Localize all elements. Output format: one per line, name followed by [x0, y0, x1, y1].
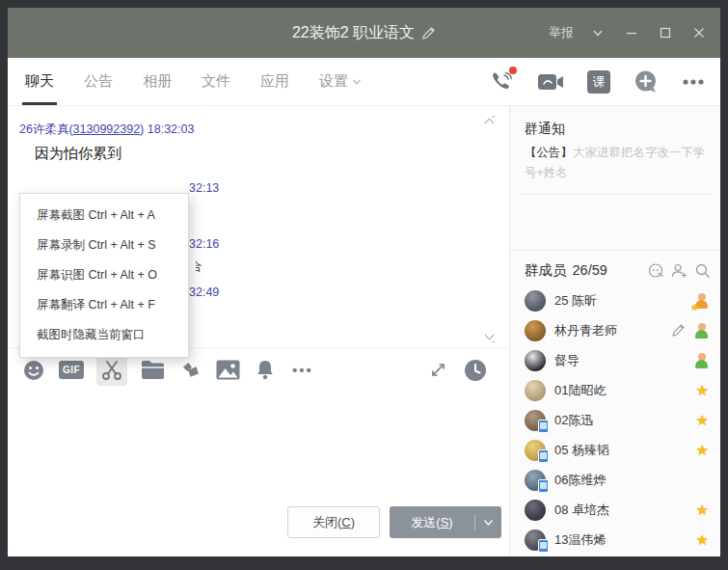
group-notice-body[interactable]: 【公告】大家进群把名字改一下学号+姓名 — [525, 143, 710, 183]
member-list: 25 陈昕 ★ ★ 林丹青老师 ★ ★ 督导 — [510, 285, 720, 556]
message-time: 32:13 — [189, 181, 219, 195]
window-shake-icon[interactable] — [177, 358, 202, 383]
member-name: 05 杨臻韬 — [554, 442, 696, 459]
context-menu-item[interactable]: 屏幕截图 Ctrl + Alt + A — [20, 201, 188, 231]
member-row[interactable]: 25 陈昕 ★ ★ — [510, 285, 720, 315]
tab-设置[interactable]: 设置 — [319, 58, 362, 105]
class-icon[interactable]: 课 — [587, 70, 610, 94]
more-tools-icon[interactable]: ••• — [290, 358, 315, 383]
tab-公告[interactable]: 公告 — [84, 58, 113, 105]
member-badges: ★ ★ — [671, 323, 709, 339]
bell-icon[interactable] — [253, 358, 278, 383]
context-menu-item[interactable]: 屏幕翻译 Ctrl + Alt + F — [20, 290, 188, 320]
member-row[interactable]: 督导 ★ ★ — [510, 345, 720, 375]
tab-聊天[interactable]: 聊天 — [25, 58, 54, 105]
role-badge-icon: ★ — [694, 293, 709, 309]
member-name: 25 陈昕 — [554, 292, 694, 310]
member-badges: ★ ★ — [694, 293, 709, 309]
member-badges: ★ ★ — [696, 443, 709, 457]
member-row[interactable]: 02陈迅 ★ ★ — [510, 405, 720, 435]
role-badge-icon: ★ — [694, 353, 709, 368]
member-name: 督导 — [554, 352, 694, 369]
member-row[interactable]: 13温伟烯 ★ ★ — [510, 525, 720, 555]
report-chevron-down-icon[interactable] — [588, 23, 607, 42]
member-badges: ★ ★ — [696, 502, 709, 517]
expand-window-icon[interactable] — [425, 358, 450, 383]
minimize-button[interactable] — [622, 23, 641, 42]
voice-call-icon[interactable] — [489, 69, 514, 95]
member-badges: ★ ★ — [694, 353, 709, 368]
avatar — [525, 440, 546, 461]
screenshot-scissors-icon[interactable] — [96, 355, 127, 386]
member-badges: ★ ★ — [696, 383, 709, 397]
report-button[interactable]: 举报 — [549, 24, 574, 41]
member-row[interactable]: 05 杨臻韬 ★ ★ — [510, 435, 720, 465]
context-menu-item[interactable]: 屏幕录制 Ctrl + Alt + S — [20, 231, 188, 260]
send-button[interactable]: 发送(S) — [390, 514, 474, 531]
context-menu-item[interactable]: 截图时隐藏当前窗口 — [20, 320, 188, 350]
message-history-icon[interactable] — [463, 358, 488, 383]
member-row[interactable]: 06陈维烨 ★ ★ — [510, 465, 720, 495]
mobile-online-icon — [538, 420, 549, 433]
avatar — [525, 320, 546, 341]
member-star-icon: ★ — [696, 532, 709, 547]
tab-label: 公告 — [84, 72, 113, 91]
tab-label: 聊天 — [25, 72, 54, 91]
scroll-to-bottom-icon[interactable] — [482, 330, 497, 343]
tab-相册[interactable]: 相册 — [143, 58, 172, 105]
avatar — [525, 290, 546, 312]
call-actions: 课 — [489, 58, 705, 106]
edit-title-icon[interactable] — [421, 26, 436, 41]
divider — [518, 194, 715, 195]
sender-qq-link[interactable]: 3130992392 — [73, 122, 141, 136]
avatar — [525, 500, 546, 521]
group-notice-title[interactable]: 群通知 — [525, 121, 565, 138]
member-row[interactable]: 08 卓培杰 ★ ★ — [510, 495, 720, 525]
avatar — [525, 350, 546, 371]
group-title-wrap: 22装饰2 职业语文 — [229, 8, 499, 58]
message-time: 32:16 — [189, 237, 219, 251]
maximize-button[interactable] — [656, 23, 675, 42]
member-row[interactable]: 01陆昭屹 ★ ★ — [510, 375, 720, 405]
tab-应用[interactable]: 应用 — [260, 58, 289, 105]
screenshot-context-menu: 屏幕截图 Ctrl + Alt + A 屏幕录制 Ctrl + Alt + S … — [19, 193, 189, 358]
image-icon[interactable] — [215, 358, 240, 383]
send-options-chevron-icon[interactable] — [475, 517, 501, 528]
search-member-icon[interactable] — [693, 261, 711, 279]
member-row[interactable]: 林丹青老师 ★ ★ — [510, 315, 720, 345]
tab-文件[interactable]: 文件 — [202, 58, 230, 105]
mobile-online-icon — [538, 479, 549, 493]
avatar — [525, 470, 546, 491]
tab-label: 文件 — [202, 72, 230, 91]
titlebar: 22装饰2 职业语文 举报 — [8, 8, 720, 58]
message-text: 因为怕你累到 — [35, 145, 121, 163]
group-sidebar: 群通知 【公告】大家进群把名字改一下学号+姓名 群成员 26/59 25 陈昕 — [509, 106, 720, 556]
member-name: 06陈维烨 — [554, 472, 709, 489]
collapse-up-icon[interactable] — [482, 115, 497, 128]
invite-member-icon[interactable] — [670, 261, 688, 279]
member-star-icon: ★ — [696, 383, 709, 397]
video-call-icon[interactable] — [537, 71, 564, 93]
add-bubble-icon[interactable] — [634, 69, 659, 95]
more-icon[interactable] — [682, 78, 705, 86]
avatar — [525, 410, 546, 431]
gif-icon[interactable]: GIF — [59, 358, 84, 383]
anonymous-chat-icon[interactable] — [647, 261, 664, 279]
close-button[interactable] — [689, 23, 709, 42]
mobile-online-icon — [538, 449, 549, 463]
partially-hidden-text: 合 — [190, 258, 202, 275]
message-meta: 26许柔真(3130992392) 18:32:03 — [19, 122, 194, 138]
member-star-icon: ★ — [696, 443, 709, 457]
close-chat-button[interactable]: 关闭(C) — [287, 506, 380, 538]
member-star-icon: ★ — [696, 413, 709, 427]
context-menu-item[interactable]: 屏幕识图 Ctrl + Alt + O — [20, 260, 188, 290]
emoji-icon[interactable] — [21, 358, 46, 383]
avatar — [525, 380, 546, 401]
members-header: 群成员 26/59 — [525, 258, 711, 283]
member-name: 林丹青老师 — [554, 322, 671, 339]
send-file-folder-icon[interactable] — [140, 358, 165, 383]
member-name: 08 卓培杰 — [554, 502, 696, 519]
group-title: 22装饰2 职业语文 — [292, 23, 415, 43]
notice-tag: 【公告】 — [525, 146, 573, 159]
tab-label: 设置 — [319, 72, 348, 91]
